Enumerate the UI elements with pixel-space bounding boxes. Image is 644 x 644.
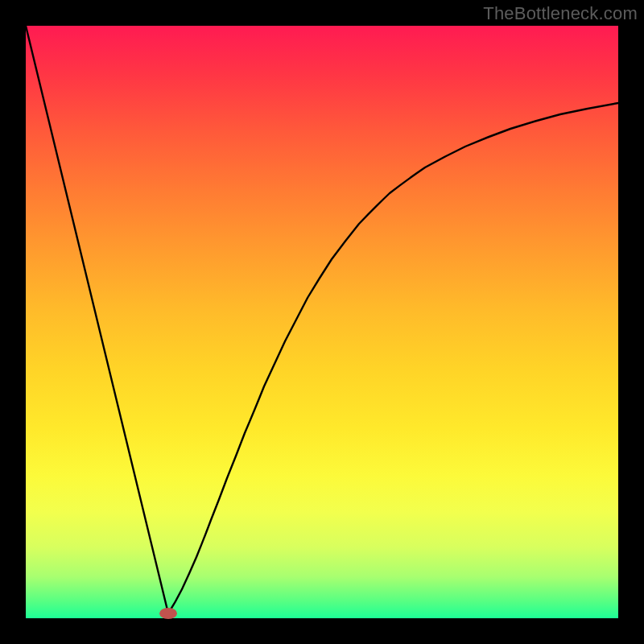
plot-area [26,26,618,618]
curve-left-branch [26,26,168,613]
curve-right-branch [168,103,618,613]
chart-frame: TheBottleneck.com [0,0,644,644]
minimum-marker [159,608,177,619]
watermark-text: TheBottleneck.com [483,3,638,24]
curve-svg [26,26,618,618]
